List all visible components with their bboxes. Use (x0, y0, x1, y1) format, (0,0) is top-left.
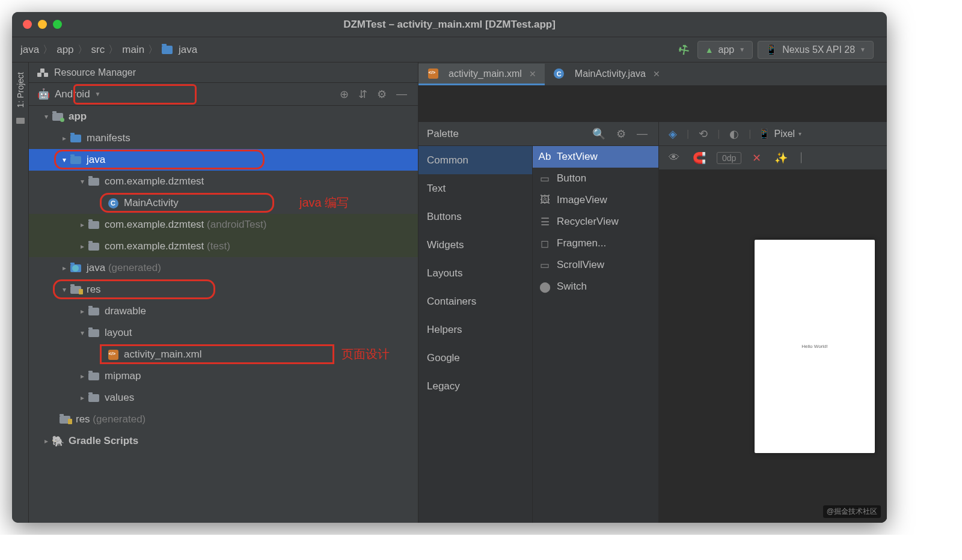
chevron-right-icon: 〉 (148, 43, 158, 56)
editor-tab-xml[interactable]: activity_main.xml ✕ (418, 64, 545, 85)
device-selector[interactable]: 📱 Nexus 5X API 28 ▼ (758, 41, 874, 59)
breadcrumbs: java〉 app〉 src〉 main〉 java (20, 43, 197, 56)
clear-constraints-icon[interactable]: ✕ (750, 151, 764, 165)
expand-icon[interactable]: ▾ (59, 156, 70, 164)
tree-label: manifests (87, 132, 130, 144)
tool-icon[interactable] (16, 116, 25, 124)
palette-item[interactable]: AbTextView (533, 146, 658, 168)
tree-suffix: (generated) (93, 413, 146, 425)
editor-tab-java[interactable]: C MainActivity.java ✕ (545, 64, 669, 85)
palette-item[interactable]: ▭Button (533, 168, 658, 189)
expand-icon[interactable]: ▸ (77, 242, 88, 251)
tree-node-package[interactable]: ▾ com.example.dzmtest (29, 171, 418, 192)
run-config-selector[interactable]: ▲ app ▼ (697, 41, 753, 59)
android-icon: 🤖 (37, 88, 50, 100)
palette-body: Common Text Buttons Widgets Layouts Cont… (418, 146, 658, 523)
rotate-icon[interactable]: ⟲ (696, 127, 710, 141)
magnet-icon[interactable]: 🧲 (690, 151, 708, 165)
palette-category[interactable]: Helpers (418, 315, 532, 344)
tree-node-test[interactable]: ▸ com.example.dzmtest (test) (29, 236, 418, 257)
tree-node-res-generated[interactable]: res (generated) (29, 409, 418, 430)
tree-node-gradle[interactable]: ▸ 🐘 Gradle Scripts (29, 430, 418, 452)
expand-icon[interactable]: ▸ (77, 394, 88, 402)
gear-icon[interactable]: ⚙ (375, 88, 389, 101)
window-controls (23, 20, 62, 29)
wand-icon[interactable]: ✨ (772, 151, 790, 165)
annotation-text: 页面设计 (342, 346, 390, 362)
tree-node-drawable[interactable]: ▸ drawable (29, 300, 418, 322)
palette-item[interactable]: ⬤Switch (533, 276, 658, 297)
tree-node-main-activity[interactable]: C MainActivity java 编写 (29, 192, 418, 214)
target-icon[interactable]: ⊕ (337, 88, 351, 101)
palette-category[interactable]: Containers (418, 287, 532, 315)
device-preview[interactable]: Hello World! (755, 240, 875, 453)
tree-node-java[interactable]: ▾ java (29, 149, 418, 171)
annotation-box (73, 84, 197, 105)
palette-item[interactable]: ▭ScrollView (533, 254, 658, 276)
breadcrumb-item[interactable]: java (179, 44, 197, 56)
tree-node-manifests[interactable]: ▸ manifests (29, 127, 418, 149)
expand-icon[interactable]: ▸ (59, 264, 70, 272)
expand-icon[interactable]: ▸ (41, 437, 52, 445)
layers-icon[interactable]: ◈ (666, 127, 679, 141)
chevron-down-icon[interactable]: ▼ (95, 91, 101, 97)
palette-category[interactable]: Text (418, 174, 532, 202)
eye-icon[interactable]: 👁 (666, 151, 682, 164)
breadcrumb-item[interactable]: java (20, 44, 39, 56)
tree-node-java-generated[interactable]: ▸ java (generated) (29, 257, 418, 279)
palette-category[interactable]: Common (418, 146, 532, 174)
expand-icon[interactable]: ▾ (41, 112, 52, 121)
palette-category[interactable]: Google (418, 344, 532, 372)
tree-node-res[interactable]: ▾ res (29, 279, 418, 300)
project-view-label[interactable]: Android (55, 88, 90, 100)
project-view-header: 🤖 Android ▼ ⊕ ⇵ ⚙ — (29, 83, 418, 106)
search-icon[interactable]: 🔍 (590, 127, 608, 141)
close-window-button[interactable] (23, 20, 32, 29)
breadcrumb-item[interactable]: app (57, 44, 73, 56)
night-mode-icon[interactable]: ◐ (727, 127, 741, 141)
gear-icon[interactable]: ⚙ (614, 127, 628, 141)
package-icon (88, 243, 99, 251)
ide-window: DZMTest – activity_main.xml [DZMTest.app… (12, 12, 887, 523)
breadcrumb-item[interactable]: src (91, 44, 105, 56)
palette-item[interactable]: ◻Fragmen... (533, 233, 658, 254)
expand-icon[interactable]: ▾ (77, 329, 88, 337)
palette-category[interactable]: Widgets (418, 231, 532, 259)
minimize-icon[interactable]: — (634, 127, 650, 140)
palette-item[interactable]: 🖼ImageView (533, 189, 658, 211)
palette-item[interactable]: ☰RecyclerView (533, 211, 658, 233)
expand-icon[interactable]: ▾ (77, 177, 88, 186)
default-margin[interactable]: 0dp (717, 152, 741, 164)
tree-node-app[interactable]: ▾ app (29, 106, 418, 127)
maximize-window-button[interactable] (53, 20, 62, 29)
palette-category[interactable]: Legacy (418, 372, 532, 400)
project-tool-tab[interactable]: 1: Project (14, 68, 26, 111)
minimize-window-button[interactable] (38, 20, 47, 29)
tree-node-mipmap[interactable]: ▸ mipmap (29, 365, 418, 387)
guideline-icon[interactable]: ⎸ (798, 151, 813, 164)
design-toolbar-1: ◈ | ⟲ | ◐ | 📱 Pixel ▾ (659, 122, 887, 146)
expand-icon[interactable]: ▸ (59, 134, 70, 142)
expand-icon[interactable]: ▾ (59, 285, 70, 294)
design-canvas[interactable]: Hello World! (659, 170, 887, 523)
breadcrumb-item[interactable]: main (122, 44, 144, 56)
expand-icon[interactable]: ▸ (77, 372, 88, 380)
device-picker[interactable]: 📱 Pixel ▾ (758, 128, 801, 139)
expand-icon[interactable]: ▸ (77, 307, 88, 315)
collapse-icon[interactable]: ⇵ (356, 88, 370, 101)
chevron-right-icon: 〉 (43, 43, 53, 56)
resource-manager-label: Resource Manager (54, 67, 136, 78)
minimize-icon[interactable]: — (394, 88, 409, 100)
close-tab-icon[interactable]: ✕ (653, 69, 660, 79)
close-tab-icon[interactable]: ✕ (529, 69, 536, 79)
tree-node-values[interactable]: ▸ values (29, 387, 418, 409)
palette-category[interactable]: Buttons (418, 202, 532, 231)
resource-manager-bar[interactable]: Resource Manager (29, 62, 418, 83)
tree-node-layout[interactable]: ▾ layout (29, 322, 418, 344)
folder-icon (88, 373, 99, 380)
tree-node-android-test[interactable]: ▸ com.example.dzmtest (androidTest) (29, 214, 418, 236)
tree-node-activity-xml[interactable]: activity_main.xml 页面设计 (29, 344, 418, 365)
build-icon[interactable]: ⚒ (675, 41, 692, 59)
expand-icon[interactable]: ▸ (77, 221, 88, 229)
palette-category[interactable]: Layouts (418, 259, 532, 287)
